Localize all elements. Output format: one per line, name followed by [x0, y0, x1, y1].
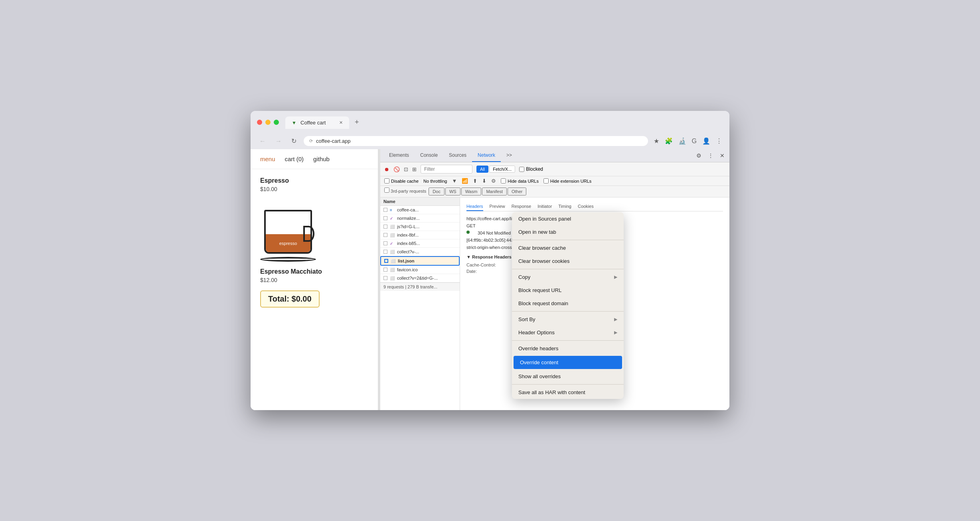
address-bar-input[interactable]: ⟳ coffee-cart.app: [304, 136, 648, 146]
ctx-override-headers[interactable]: Override headers: [512, 342, 624, 355]
forward-button[interactable]: →: [273, 137, 284, 146]
record-button[interactable]: ⏺: [384, 166, 389, 172]
close-button[interactable]: [257, 120, 262, 125]
request-item-collect[interactable]: ⬜ collect?v-...: [380, 248, 460, 256]
tab-more[interactable]: >>: [501, 149, 518, 162]
ctx-copy[interactable]: Copy ▶: [512, 270, 624, 284]
req-checkbox[interactable]: [383, 241, 387, 245]
active-tab[interactable]: ▼ Coffee cart ✕: [285, 116, 349, 129]
devtools-panel: Elements Console Sources Network >> ⚙ ⋮ …: [380, 149, 729, 410]
req-name: coffee-ca...: [397, 207, 456, 212]
clear-button[interactable]: 🚫: [393, 166, 400, 172]
ctx-open-sources[interactable]: Open in Sources panel: [512, 212, 624, 225]
ctx-open-new-tab[interactable]: Open in new tab: [512, 225, 624, 239]
req-checkbox[interactable]: [383, 276, 387, 280]
filter-input[interactable]: [421, 165, 472, 174]
request-item-favicon[interactable]: ⬜ favicon.ico: [380, 266, 460, 274]
tab-network[interactable]: Network: [472, 149, 501, 162]
blocked-checkbox[interactable]: Blocked: [519, 166, 543, 172]
menu-button[interactable]: ⋮: [715, 136, 723, 146]
page-nav: menu cart (0) github: [251, 149, 378, 169]
req-checkbox[interactable]: [384, 259, 388, 263]
wifi-icon[interactable]: 📶: [462, 178, 468, 184]
req-checkbox[interactable]: [383, 208, 387, 212]
type-wasm[interactable]: Wasm: [461, 187, 482, 195]
settings-button[interactable]: ⚙: [695, 151, 703, 160]
tab-sources[interactable]: Sources: [443, 149, 472, 162]
download-button[interactable]: ⬇: [482, 178, 486, 184]
request-item-normalize[interactable]: ✓ normalize...: [380, 214, 460, 223]
translate-button[interactable]: G: [691, 137, 697, 146]
ctx-save-har[interactable]: Save all as HAR with content: [512, 386, 624, 399]
req-checkbox[interactable]: [383, 216, 387, 220]
nav-github[interactable]: github: [313, 156, 330, 162]
request-item-index-b85[interactable]: ✓ index-b85...: [380, 239, 460, 248]
request-item-js[interactable]: ⬜ js?id=G-L...: [380, 223, 460, 231]
maximize-button[interactable]: [274, 120, 279, 125]
type-manifest[interactable]: Manifest: [482, 187, 507, 195]
request-item-coffee-cart[interactable]: ≡ coffee-ca...: [380, 206, 460, 214]
disable-cache-checkbox[interactable]: Disable cache: [384, 178, 419, 184]
req-icon: ≡: [390, 208, 395, 212]
hide-extension-urls-label: Hide extension URLs: [550, 179, 591, 184]
ctx-clear-cookies[interactable]: Clear browser cookies: [512, 255, 624, 268]
request-item-collect2[interactable]: ⬜ collect?v=2&tid=G-...: [380, 274, 460, 282]
profile-button[interactable]: 👤: [701, 136, 711, 146]
new-tab-button[interactable]: +: [351, 116, 363, 129]
ctx-open-new-tab-label: Open in new tab: [518, 229, 556, 235]
tab-response[interactable]: Response: [512, 202, 531, 211]
ctx-block-domain[interactable]: Block request domain: [512, 297, 624, 310]
ctx-header-options[interactable]: Header Options ▶: [512, 326, 624, 339]
filter-fetch[interactable]: Fetch/X...: [489, 166, 515, 173]
ctx-clear-cookies-label: Clear browser cookies: [518, 258, 570, 264]
context-menu[interactable]: Open in Sources panel Open in new tab Cl…: [512, 212, 624, 399]
hide-data-urls-checkbox[interactable]: Hide data URLs: [501, 178, 539, 184]
screenshot-button[interactable]: 🔬: [678, 136, 687, 146]
throttle-dropdown[interactable]: ▼: [452, 178, 457, 184]
type-other[interactable]: Other: [508, 187, 527, 195]
tab-preview[interactable]: Preview: [490, 202, 505, 211]
hide-extension-urls-checkbox[interactable]: Hide extension URLs: [543, 178, 591, 184]
name-column-header: Name: [383, 199, 395, 204]
filter-all[interactable]: All: [476, 166, 488, 173]
req-checkbox[interactable]: [383, 250, 387, 254]
tab-close-button[interactable]: ✕: [339, 120, 343, 125]
tab-initiator[interactable]: Initiator: [537, 202, 552, 211]
minimize-button[interactable]: [265, 120, 271, 125]
ctx-block-url[interactable]: Block request URL: [512, 284, 624, 297]
third-party-checkbox[interactable]: [384, 187, 389, 193]
responsive-button[interactable]: ⊞: [412, 166, 417, 172]
tab-headers[interactable]: Headers: [466, 202, 483, 211]
tab-console[interactable]: Console: [415, 149, 443, 162]
req-checkbox[interactable]: [383, 225, 387, 229]
ctx-override-content[interactable]: Override content: [514, 356, 622, 369]
req-name: favicon.ico: [397, 267, 456, 272]
back-button[interactable]: ←: [257, 137, 268, 146]
total-badge: Total: $0.00: [260, 290, 320, 308]
network-settings[interactable]: ⚙: [491, 178, 496, 184]
ctx-show-overrides[interactable]: Show all overrides: [512, 370, 624, 383]
ctx-clear-cache[interactable]: Clear browser cache: [512, 241, 624, 255]
more-options-button[interactable]: ⋮: [706, 151, 715, 160]
ctx-sort-by-label: Sort By: [518, 316, 535, 322]
tab-elements[interactable]: Elements: [383, 149, 415, 162]
close-devtools-button[interactable]: ✕: [718, 151, 726, 160]
req-checkbox[interactable]: [383, 233, 387, 237]
inspect-button[interactable]: ⊡: [404, 166, 408, 172]
nav-menu[interactable]: menu: [260, 156, 275, 162]
nav-cart[interactable]: cart (0): [285, 156, 304, 162]
product1-name: Espresso: [260, 177, 368, 184]
tab-cookies[interactable]: Cookies: [578, 202, 594, 211]
type-ws[interactable]: WS: [445, 187, 460, 195]
req-checkbox[interactable]: [383, 268, 387, 272]
window-controls: [257, 120, 279, 125]
refresh-button[interactable]: ↻: [289, 136, 299, 146]
extensions-button[interactable]: 🧩: [664, 136, 674, 146]
request-item-index-8bf[interactable]: ⬜ index-8bf...: [380, 231, 460, 239]
request-item-list-json[interactable]: ⬜ list.json: [380, 256, 460, 266]
ctx-sort-by[interactable]: Sort By ▶: [512, 313, 624, 326]
type-doc[interactable]: Doc: [429, 187, 445, 195]
upload-button[interactable]: ⬆: [473, 178, 477, 184]
tab-timing[interactable]: Timing: [558, 202, 571, 211]
bookmark-button[interactable]: ★: [653, 136, 660, 146]
